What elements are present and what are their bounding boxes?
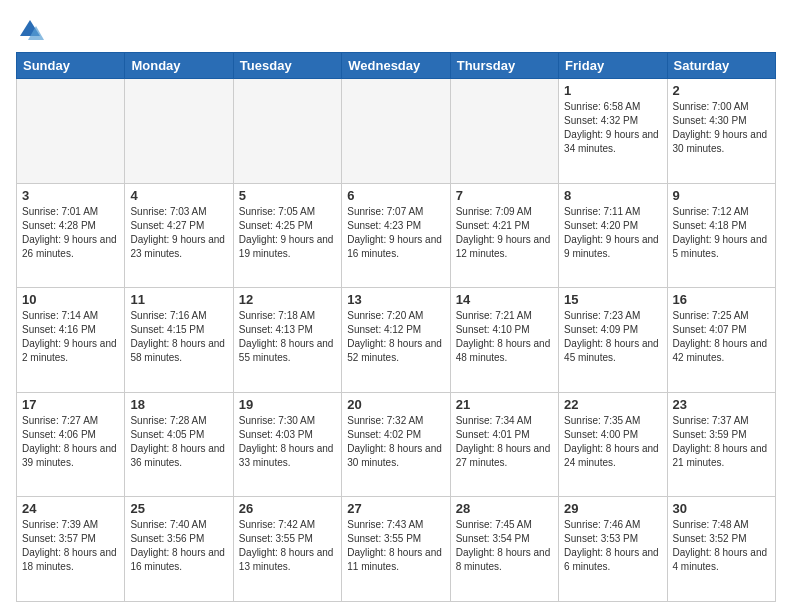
calendar-cell: 3Sunrise: 7:01 AMSunset: 4:28 PMDaylight…	[17, 183, 125, 288]
day-info: Sunrise: 7:11 AMSunset: 4:20 PMDaylight:…	[564, 205, 661, 261]
day-info: Sunrise: 7:32 AMSunset: 4:02 PMDaylight:…	[347, 414, 444, 470]
weekday-header-saturday: Saturday	[667, 53, 775, 79]
day-number: 16	[673, 292, 770, 307]
day-info: Sunrise: 7:05 AMSunset: 4:25 PMDaylight:…	[239, 205, 336, 261]
calendar-cell: 7Sunrise: 7:09 AMSunset: 4:21 PMDaylight…	[450, 183, 558, 288]
calendar-cell: 30Sunrise: 7:48 AMSunset: 3:52 PMDayligh…	[667, 497, 775, 602]
calendar-cell: 21Sunrise: 7:34 AMSunset: 4:01 PMDayligh…	[450, 392, 558, 497]
day-info: Sunrise: 7:39 AMSunset: 3:57 PMDaylight:…	[22, 518, 119, 574]
day-number: 18	[130, 397, 227, 412]
day-info: Sunrise: 7:35 AMSunset: 4:00 PMDaylight:…	[564, 414, 661, 470]
calendar-cell: 17Sunrise: 7:27 AMSunset: 4:06 PMDayligh…	[17, 392, 125, 497]
day-info: Sunrise: 7:25 AMSunset: 4:07 PMDaylight:…	[673, 309, 770, 365]
calendar-cell: 2Sunrise: 7:00 AMSunset: 4:30 PMDaylight…	[667, 79, 775, 184]
day-number: 24	[22, 501, 119, 516]
day-number: 26	[239, 501, 336, 516]
calendar-cell: 6Sunrise: 7:07 AMSunset: 4:23 PMDaylight…	[342, 183, 450, 288]
day-number: 22	[564, 397, 661, 412]
day-info: Sunrise: 7:48 AMSunset: 3:52 PMDaylight:…	[673, 518, 770, 574]
weekday-header-sunday: Sunday	[17, 53, 125, 79]
weekday-header-thursday: Thursday	[450, 53, 558, 79]
calendar-cell: 22Sunrise: 7:35 AMSunset: 4:00 PMDayligh…	[559, 392, 667, 497]
day-number: 10	[22, 292, 119, 307]
day-number: 21	[456, 397, 553, 412]
calendar-cell: 29Sunrise: 7:46 AMSunset: 3:53 PMDayligh…	[559, 497, 667, 602]
calendar-cell: 9Sunrise: 7:12 AMSunset: 4:18 PMDaylight…	[667, 183, 775, 288]
calendar-cell: 8Sunrise: 7:11 AMSunset: 4:20 PMDaylight…	[559, 183, 667, 288]
day-info: Sunrise: 7:18 AMSunset: 4:13 PMDaylight:…	[239, 309, 336, 365]
calendar-cell	[342, 79, 450, 184]
day-number: 8	[564, 188, 661, 203]
day-number: 15	[564, 292, 661, 307]
day-info: Sunrise: 7:16 AMSunset: 4:15 PMDaylight:…	[130, 309, 227, 365]
calendar-cell: 13Sunrise: 7:20 AMSunset: 4:12 PMDayligh…	[342, 288, 450, 393]
calendar-cell: 18Sunrise: 7:28 AMSunset: 4:05 PMDayligh…	[125, 392, 233, 497]
logo-icon	[16, 16, 44, 44]
calendar-cell: 20Sunrise: 7:32 AMSunset: 4:02 PMDayligh…	[342, 392, 450, 497]
calendar-cell: 28Sunrise: 7:45 AMSunset: 3:54 PMDayligh…	[450, 497, 558, 602]
day-number: 4	[130, 188, 227, 203]
day-number: 20	[347, 397, 444, 412]
logo	[16, 16, 48, 44]
calendar-cell: 12Sunrise: 7:18 AMSunset: 4:13 PMDayligh…	[233, 288, 341, 393]
weekday-header-friday: Friday	[559, 53, 667, 79]
header	[16, 16, 776, 44]
day-info: Sunrise: 7:45 AMSunset: 3:54 PMDaylight:…	[456, 518, 553, 574]
calendar-cell	[17, 79, 125, 184]
calendar-cell: 11Sunrise: 7:16 AMSunset: 4:15 PMDayligh…	[125, 288, 233, 393]
calendar-cell: 15Sunrise: 7:23 AMSunset: 4:09 PMDayligh…	[559, 288, 667, 393]
day-number: 2	[673, 83, 770, 98]
calendar-cell: 5Sunrise: 7:05 AMSunset: 4:25 PMDaylight…	[233, 183, 341, 288]
page: SundayMondayTuesdayWednesdayThursdayFrid…	[0, 0, 792, 612]
calendar-cell: 16Sunrise: 7:25 AMSunset: 4:07 PMDayligh…	[667, 288, 775, 393]
day-info: Sunrise: 7:12 AMSunset: 4:18 PMDaylight:…	[673, 205, 770, 261]
day-info: Sunrise: 7:37 AMSunset: 3:59 PMDaylight:…	[673, 414, 770, 470]
day-number: 3	[22, 188, 119, 203]
calendar-cell: 14Sunrise: 7:21 AMSunset: 4:10 PMDayligh…	[450, 288, 558, 393]
day-info: Sunrise: 7:21 AMSunset: 4:10 PMDaylight:…	[456, 309, 553, 365]
day-number: 23	[673, 397, 770, 412]
calendar-cell: 23Sunrise: 7:37 AMSunset: 3:59 PMDayligh…	[667, 392, 775, 497]
calendar-cell	[125, 79, 233, 184]
day-info: Sunrise: 7:40 AMSunset: 3:56 PMDaylight:…	[130, 518, 227, 574]
day-info: Sunrise: 7:03 AMSunset: 4:27 PMDaylight:…	[130, 205, 227, 261]
day-info: Sunrise: 7:23 AMSunset: 4:09 PMDaylight:…	[564, 309, 661, 365]
calendar-cell: 1Sunrise: 6:58 AMSunset: 4:32 PMDaylight…	[559, 79, 667, 184]
calendar-cell: 10Sunrise: 7:14 AMSunset: 4:16 PMDayligh…	[17, 288, 125, 393]
day-info: Sunrise: 7:27 AMSunset: 4:06 PMDaylight:…	[22, 414, 119, 470]
day-number: 29	[564, 501, 661, 516]
day-number: 5	[239, 188, 336, 203]
day-number: 12	[239, 292, 336, 307]
day-number: 13	[347, 292, 444, 307]
day-info: Sunrise: 6:58 AMSunset: 4:32 PMDaylight:…	[564, 100, 661, 156]
day-number: 28	[456, 501, 553, 516]
day-number: 7	[456, 188, 553, 203]
day-number: 17	[22, 397, 119, 412]
day-info: Sunrise: 7:14 AMSunset: 4:16 PMDaylight:…	[22, 309, 119, 365]
day-number: 11	[130, 292, 227, 307]
calendar-cell: 25Sunrise: 7:40 AMSunset: 3:56 PMDayligh…	[125, 497, 233, 602]
day-number: 30	[673, 501, 770, 516]
day-info: Sunrise: 7:43 AMSunset: 3:55 PMDaylight:…	[347, 518, 444, 574]
day-number: 19	[239, 397, 336, 412]
day-info: Sunrise: 7:46 AMSunset: 3:53 PMDaylight:…	[564, 518, 661, 574]
day-number: 1	[564, 83, 661, 98]
calendar-cell	[450, 79, 558, 184]
calendar-cell: 26Sunrise: 7:42 AMSunset: 3:55 PMDayligh…	[233, 497, 341, 602]
day-number: 27	[347, 501, 444, 516]
calendar-cell: 19Sunrise: 7:30 AMSunset: 4:03 PMDayligh…	[233, 392, 341, 497]
day-info: Sunrise: 7:01 AMSunset: 4:28 PMDaylight:…	[22, 205, 119, 261]
calendar-cell: 27Sunrise: 7:43 AMSunset: 3:55 PMDayligh…	[342, 497, 450, 602]
day-info: Sunrise: 7:42 AMSunset: 3:55 PMDaylight:…	[239, 518, 336, 574]
day-info: Sunrise: 7:34 AMSunset: 4:01 PMDaylight:…	[456, 414, 553, 470]
day-number: 14	[456, 292, 553, 307]
calendar-cell: 4Sunrise: 7:03 AMSunset: 4:27 PMDaylight…	[125, 183, 233, 288]
day-info: Sunrise: 7:28 AMSunset: 4:05 PMDaylight:…	[130, 414, 227, 470]
day-info: Sunrise: 7:20 AMSunset: 4:12 PMDaylight:…	[347, 309, 444, 365]
day-number: 6	[347, 188, 444, 203]
calendar-cell	[233, 79, 341, 184]
day-number: 25	[130, 501, 227, 516]
day-number: 9	[673, 188, 770, 203]
weekday-header-tuesday: Tuesday	[233, 53, 341, 79]
day-info: Sunrise: 7:09 AMSunset: 4:21 PMDaylight:…	[456, 205, 553, 261]
